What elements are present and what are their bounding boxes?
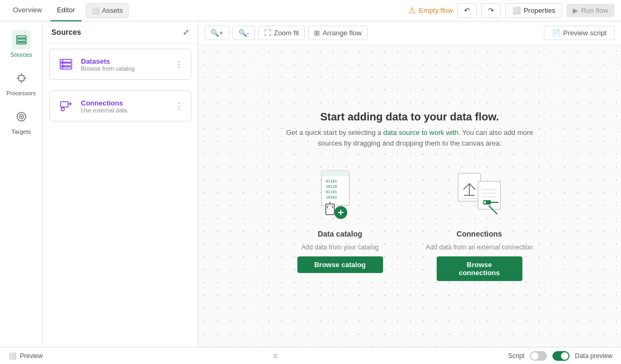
zoom-in-icon: 🔍+ (211, 29, 223, 37)
sources-icon-box (12, 30, 31, 49)
script-slider (530, 351, 547, 361)
empty-state-title: Start adding data to your data flow. (244, 111, 576, 123)
preview-script-button[interactable]: 📄 Preview script (544, 26, 615, 40)
top-nav: Overview Editor ⬜ Assets ⚠ Empty flow ↶ … (0, 0, 621, 21)
script-label: Script (508, 352, 525, 360)
data-preview-label: Data preview (575, 352, 612, 360)
sidebar-item-processors[interactable]: Processors (1, 64, 42, 101)
svg-rect-1 (17, 39, 26, 41)
sidebar-item-sources[interactable]: Sources (1, 26, 42, 62)
targets-icon-box (12, 107, 31, 126)
zoom-in-button[interactable]: 🔍+ (205, 26, 229, 40)
drag-handle[interactable]: ≡ (273, 351, 278, 361)
svg-rect-3 (19, 75, 24, 81)
zoom-fit-icon: ⛶ (264, 29, 271, 37)
empty-state-card: Start adding data to your data flow. Get… (244, 111, 576, 281)
connections-illustration (450, 165, 509, 224)
processors-icon-box (12, 69, 31, 88)
targets-icon (16, 111, 27, 123)
datasets-text: Datasets Browse from catalog (81, 57, 168, 72)
browse-connections-button[interactable]: Browse connections (437, 256, 522, 281)
empty-state-description: Get a quick start by selecting a data so… (244, 127, 576, 148)
connections-option: Connections Add data from an external co… (426, 165, 533, 281)
datasets-icon (57, 56, 74, 73)
connections-sub: Add data from an external connection (426, 244, 533, 251)
svg-rect-13 (60, 67, 72, 69)
svg-rect-15 (61, 102, 68, 107)
canvas-area: 🔍+ 🔍- ⛶ Zoom fit ⊞ Arrange flow 📄 Previe… (198, 21, 621, 347)
connections-text: Connections Use external data (81, 99, 168, 113)
data-preview-toggle[interactable] (552, 351, 570, 361)
sidebar: Sources Processors (0, 21, 43, 347)
catalog-label: Data catalog (318, 230, 362, 238)
datasets-card[interactable]: Datasets Browse from catalog ⋮ (49, 49, 191, 80)
zoom-out-icon: 🔍- (238, 29, 249, 37)
browse-catalog-button[interactable]: Browse catalog (297, 256, 383, 273)
empty-flow-badge: ⚠ Empty flow (408, 5, 453, 16)
run-flow-button[interactable]: ▶ Run flow (566, 4, 615, 17)
undo-button[interactable]: ↶ (457, 3, 477, 18)
bottom-right-controls: Script Data preview (508, 351, 612, 361)
tab-editor[interactable]: Editor (50, 0, 81, 21)
datasets-menu-icon[interactable]: ⋮ (175, 59, 183, 70)
connections-menu-icon[interactable]: ⋮ (175, 101, 183, 111)
connections-label: Connections (457, 230, 502, 238)
canvas-content: Start adding data to your data flow. Get… (198, 45, 621, 347)
script-toggle[interactable] (530, 351, 547, 361)
svg-text:01101: 01101 (326, 179, 337, 184)
processors-icon (16, 72, 27, 84)
svg-point-42 (483, 201, 487, 204)
svg-rect-0 (17, 36, 26, 38)
tab-assets[interactable]: ⬜ Assets (86, 3, 129, 18)
svg-rect-19 (321, 171, 349, 176)
catalog-sub: Add data from your catalog (301, 244, 378, 251)
bottom-bar: ⬜ Preview ≡ Script Data preview (0, 347, 621, 364)
warning-icon: ⚠ (408, 5, 416, 16)
zoom-fit-button[interactable]: ⛶ Zoom fit (258, 26, 305, 40)
svg-text:10101: 10101 (326, 195, 337, 200)
connections-card[interactable]: Connections Use external data ⋮ (49, 90, 191, 122)
data-catalog-option: 01101 10110 01101 10101 (287, 165, 394, 281)
sources-panel: Sources ⤢ Datasets Browse from catalog ⋮ (43, 21, 198, 347)
svg-rect-11 (60, 59, 72, 62)
script-icon: 📄 (552, 29, 560, 37)
svg-text:10110: 10110 (326, 185, 337, 189)
main-layout: Sources Processors (0, 21, 621, 347)
sidebar-item-targets[interactable]: Targets (1, 103, 42, 139)
data-preview-slider (552, 351, 570, 361)
nav-right: ⚠ Empty flow ↶ ↷ ⬜ Properties ▶ Run flow (408, 3, 615, 18)
svg-point-10 (20, 116, 22, 118)
sources-icon (16, 34, 27, 46)
svg-rect-2 (17, 42, 26, 44)
sources-panel-header: Sources ⤢ (43, 21, 198, 43)
options-row: 01101 10110 01101 10101 (244, 165, 576, 281)
properties-icon: ⬜ (512, 6, 521, 14)
tab-overview[interactable]: Overview (6, 0, 48, 21)
svg-rect-35 (478, 181, 500, 209)
svg-rect-12 (60, 63, 72, 66)
zoom-out-button[interactable]: 🔍- (233, 26, 255, 40)
preview-toggle[interactable]: ⬜ Preview (9, 352, 43, 360)
arrange-icon: ⊞ (314, 29, 320, 37)
play-icon: ▶ (573, 6, 578, 14)
data-catalog-illustration: 01101 10110 01101 10101 (311, 165, 370, 224)
canvas-toolbar: 🔍+ 🔍- ⛶ Zoom fit ⊞ Arrange flow 📄 Previe… (198, 21, 621, 45)
expand-icon[interactable]: ⤢ (183, 28, 189, 36)
svg-point-16 (61, 108, 64, 111)
arrange-flow-button[interactable]: ⊞ Arrange flow (308, 26, 368, 40)
preview-icon: ⬜ (9, 352, 17, 360)
properties-button[interactable]: ⬜ Properties (505, 3, 562, 18)
data-source-link[interactable]: data source to work with (383, 128, 458, 136)
svg-text:01101: 01101 (326, 190, 337, 194)
redo-button[interactable]: ↷ (481, 3, 501, 18)
connections-icon (57, 97, 74, 115)
